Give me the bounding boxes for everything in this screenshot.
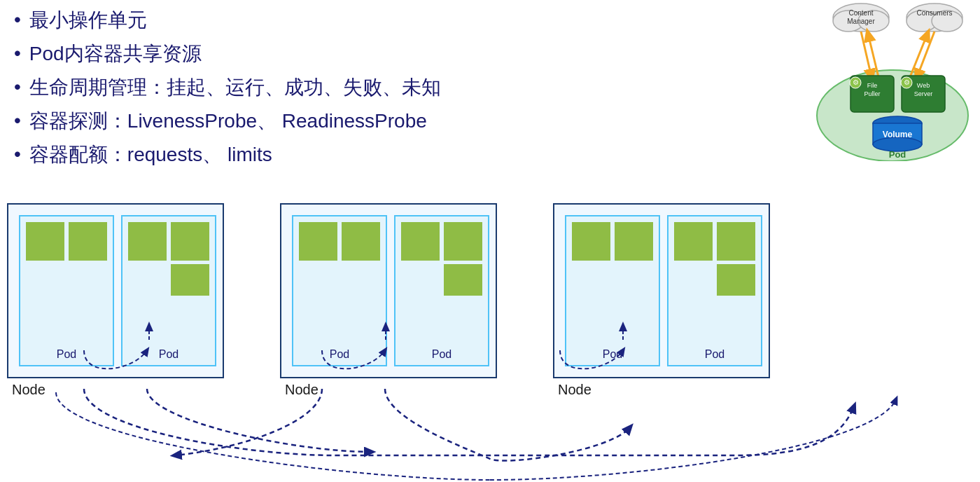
svg-text:Content: Content (848, 9, 873, 17)
container-block-medium (444, 264, 482, 296)
node-3: Pod Pod Node (553, 203, 770, 378)
node2-label: Node (285, 382, 318, 398)
node3-pod2: Pod (667, 215, 762, 366)
svg-text:Manager: Manager (847, 18, 875, 25)
top-containers (299, 222, 380, 261)
pod-label: Pod (330, 348, 349, 361)
svg-text:⚙: ⚙ (853, 78, 859, 86)
bullet-dot: • (14, 74, 21, 99)
container-block-medium (171, 264, 209, 296)
bottom-container (674, 264, 755, 296)
top-containers (128, 222, 209, 261)
list-item-4: • 容器探测：LivenessProbe、 ReadinessProbe (14, 108, 749, 135)
svg-text:Web: Web (917, 82, 930, 89)
bullet-text-2: Pod内容器共享资源 (29, 41, 202, 67)
container-block (171, 222, 209, 261)
pod-label: Pod (603, 348, 622, 361)
container-block-medium (717, 264, 755, 296)
node1-pods: Pod Pod (19, 215, 212, 366)
pod-label: Pod (705, 348, 724, 361)
bullet-text-5: 容器配额：requests、 limits (29, 142, 272, 168)
container-block (444, 222, 482, 261)
node3-pod1: Pod (565, 215, 660, 366)
list-item-1: • 最小操作单元 (14, 7, 749, 34)
feature-list: • 最小操作单元 • Pod内容器共享资源 • 生命周期管理：挂起、运行、成功、… (14, 7, 749, 168)
container-block (128, 222, 167, 261)
bullet-dot: • (14, 108, 21, 133)
container-block (342, 222, 380, 261)
top-containers (401, 222, 482, 261)
node1-pod1: Pod (19, 215, 114, 366)
pod-label: Pod (159, 348, 178, 361)
bottom-container (401, 264, 482, 296)
node3-label: Node (558, 382, 592, 398)
bullet-content: • 最小操作单元 • Pod内容器共享资源 • 生命周期管理：挂起、运行、成功、… (14, 7, 749, 175)
bullet-text-4: 容器探测：LivenessProbe、 ReadinessProbe (29, 108, 427, 135)
pod-label: Pod (432, 348, 451, 361)
bullet-text-3: 生命周期管理：挂起、运行、成功、失败、未知 (29, 74, 441, 101)
node2-pod1: Pod (292, 215, 387, 366)
container-block (299, 222, 337, 261)
bullet-dot: • (14, 142, 21, 167)
node-2: Pod Pod Node (280, 203, 497, 378)
nodes-section: Pod Pod Node (0, 203, 980, 482)
svg-text:⚙: ⚙ (904, 78, 910, 86)
node2-pods: Pod Pod (292, 215, 485, 366)
top-containers (572, 222, 653, 261)
list-item-5: • 容器配额：requests、 limits (14, 142, 749, 168)
svg-text:File: File (867, 82, 878, 89)
container-block (401, 222, 440, 261)
svg-text:Volume: Volume (883, 130, 913, 139)
container-block (674, 222, 713, 261)
list-item-2: • Pod内容器共享资源 (14, 41, 749, 67)
top-containers (674, 222, 755, 261)
bullet-dot: • (14, 41, 21, 66)
container-block (69, 222, 107, 261)
top-containers (26, 222, 107, 261)
svg-text:Pod: Pod (889, 149, 906, 160)
node1-pod2: Pod (121, 215, 216, 366)
list-item-3: • 生命周期管理：挂起、运行、成功、失败、未知 (14, 74, 749, 101)
container-block (572, 222, 610, 261)
container-block (615, 222, 653, 261)
node3-pods: Pod Pod (565, 215, 758, 366)
bottom-container (128, 264, 209, 296)
nodes-container: Pod Pod Node (0, 203, 770, 378)
svg-text:Puller: Puller (864, 90, 880, 97)
pod-diagram: Content Manager Consumers ⚙ File Puller … (770, 0, 973, 161)
bullet-dot: • (14, 7, 21, 32)
container-block (26, 222, 64, 261)
node2-pod2: Pod (394, 215, 489, 366)
node-1: Pod Pod Node (7, 203, 224, 378)
bullet-text-1: 最小操作单元 (29, 7, 147, 34)
pod-label: Pod (57, 348, 76, 361)
container-block (717, 222, 755, 261)
svg-text:Server: Server (914, 90, 933, 97)
node1-label: Node (12, 382, 46, 398)
svg-text:Consumers: Consumers (916, 9, 952, 17)
